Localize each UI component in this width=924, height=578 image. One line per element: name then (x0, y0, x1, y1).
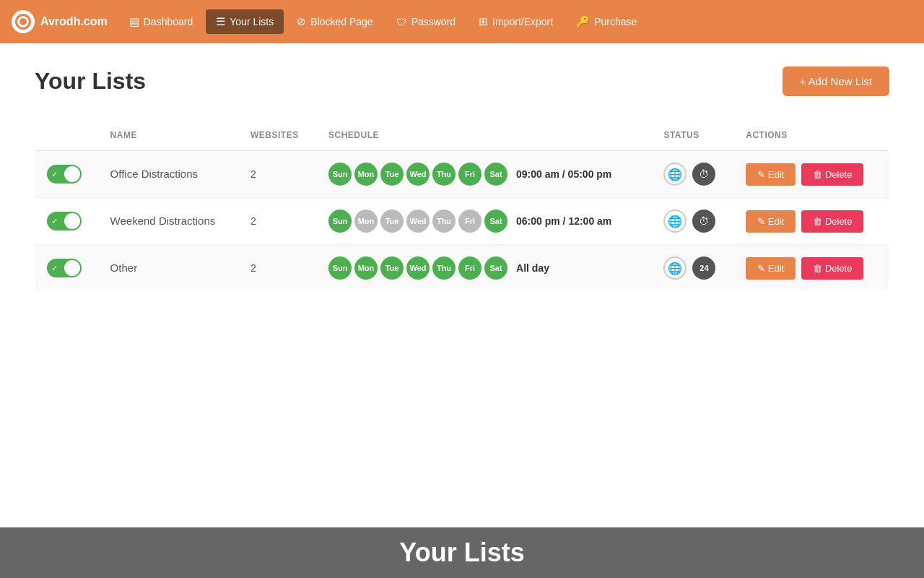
day-badge-thu: Thu (432, 163, 456, 186)
delete-button[interactable]: 🗑 Delete (801, 163, 863, 186)
page-title: Your Lists (35, 68, 146, 95)
day-badge-sun: Sun (328, 163, 352, 186)
import-export-icon: ⊞ (479, 15, 488, 28)
row-actions: ✎ Edit 🗑 Delete (746, 257, 877, 280)
delete-button[interactable]: 🗑 Delete (801, 257, 863, 280)
row-days: SunMonTueWedThuFriSatAll day (328, 256, 640, 280)
status-clock-icon: ⏱ (692, 163, 715, 186)
col-status: STATUS (652, 120, 734, 151)
day-badge-sat: Sat (484, 210, 507, 233)
row-toggle[interactable]: ✓ (47, 165, 82, 184)
key-icon: 🔑 (576, 15, 590, 28)
edit-button[interactable]: ✎ Edit (746, 257, 796, 280)
nav-blocked-page-label: Blocked Page (310, 16, 372, 27)
day-badge-sun: Sun (328, 256, 352, 280)
day-badge-mon: Mon (354, 256, 378, 280)
page-header: Your Lists + Add New List (35, 66, 889, 96)
row-websites: 2 (250, 215, 256, 227)
status-clock-icon: ⏱ (692, 210, 715, 233)
row-status: 🌐24 (663, 256, 723, 280)
table-row: ✓ Weekend Distractions2SunMonTueWedThuFr… (35, 198, 889, 245)
row-websites: 2 (250, 168, 256, 180)
nav-password[interactable]: 🛡 Password (386, 10, 466, 34)
dashboard-icon: ▤ (129, 15, 139, 28)
table-row: ✓ Office Distractions2SunMonTueWedThuFri… (35, 151, 889, 198)
row-name: Weekend Distractions (110, 215, 216, 227)
blocked-icon: ⊘ (297, 15, 306, 28)
list-icon: ☰ (216, 15, 225, 28)
nav-dashboard[interactable]: ▤ Dashboard (119, 9, 204, 34)
nav-import-export[interactable]: ⊞ Import/Export (468, 9, 563, 34)
status-globe-icon: 🌐 (663, 256, 687, 280)
toggle-check-icon: ✓ (51, 264, 58, 273)
row-time: 09:00 am / 05:00 pm (516, 168, 611, 180)
row-actions: ✎ Edit 🗑 Delete (746, 210, 877, 233)
row-status: 🌐⏱ (663, 163, 723, 186)
nav-your-lists[interactable]: ☰ Your Lists (206, 9, 284, 34)
row-toggle[interactable]: ✓ (47, 212, 82, 230)
footer-banner: Your Lists (0, 527, 924, 578)
day-badge-fri: Fri (458, 210, 481, 233)
day-badge-mon: Mon (354, 210, 378, 233)
day-badge-fri: Fri (458, 256, 481, 280)
row-name: Office Distractions (110, 168, 198, 180)
day-badge-tue: Tue (380, 256, 404, 280)
day-badge-wed: Wed (406, 256, 430, 280)
row-time: All day (516, 262, 549, 274)
day-badge-mon: Mon (354, 163, 378, 186)
col-toggle (35, 120, 99, 151)
lists-table: NAME WEBSITES SCHEDULE STATUS ACTIONS ✓ … (35, 119, 889, 292)
row-status: 🌐⏱ (663, 210, 723, 233)
navbar: Avrodh.com ▤ Dashboard ☰ Your Lists ⊘ Bl… (0, 0, 924, 43)
toggle-knob (64, 260, 80, 276)
nav-password-label: Password (411, 16, 456, 27)
day-badge-wed: Wed (406, 163, 430, 186)
day-badge-thu: Thu (432, 256, 456, 280)
nav-your-lists-label: Your Lists (230, 16, 274, 27)
day-badge-tue: Tue (380, 163, 404, 186)
delete-button[interactable]: 🗑 Delete (801, 210, 863, 233)
row-time: 06:00 pm / 12:00 am (516, 215, 611, 227)
edit-button[interactable]: ✎ Edit (746, 210, 796, 233)
add-new-list-button[interactable]: + Add New List (783, 66, 889, 96)
page-content: Your Lists + Add New List NAME WEBSITES … (0, 43, 924, 315)
nav-purchase[interactable]: 🔑 Purchase (566, 9, 647, 34)
row-days: SunMonTueWedThuFriSat06:00 pm / 12:00 am (328, 210, 640, 233)
toggle-check-icon: ✓ (51, 217, 58, 226)
app-logo[interactable]: Avrodh.com (12, 10, 108, 33)
row-actions: ✎ Edit 🗑 Delete (746, 163, 877, 186)
nav-import-export-label: Import/Export (492, 16, 553, 27)
edit-button[interactable]: ✎ Edit (746, 163, 796, 186)
nav-blocked-page[interactable]: ⊘ Blocked Page (287, 9, 383, 34)
toggle-check-icon: ✓ (51, 170, 58, 179)
status-globe-icon: 🌐 (663, 210, 687, 233)
row-toggle[interactable]: ✓ (47, 259, 82, 277)
row-name: Other (110, 262, 138, 274)
day-badge-thu: Thu (432, 210, 456, 233)
status-globe-icon: 🌐 (663, 163, 687, 186)
table-row: ✓ Other2SunMonTueWedThuFriSatAll day🌐24 … (35, 245, 889, 292)
row-websites: 2 (250, 262, 256, 274)
nav-dashboard-label: Dashboard (144, 16, 193, 27)
row-days: SunMonTueWedThuFriSat09:00 am / 05:00 pm (328, 163, 640, 186)
col-actions: ACTIONS (734, 120, 889, 151)
col-websites: WEBSITES (239, 120, 317, 151)
row-toggle-wrap: ✓ (47, 165, 87, 184)
day-badge-wed: Wed (406, 210, 430, 233)
day-badge-sat: Sat (484, 163, 507, 186)
status-24-icon: 24 (692, 256, 715, 280)
day-badge-sat: Sat (484, 256, 507, 280)
col-name: NAME (99, 120, 239, 151)
day-badge-sun: Sun (328, 210, 352, 233)
row-toggle-wrap: ✓ (47, 212, 87, 230)
toggle-knob (64, 166, 80, 182)
row-toggle-wrap: ✓ (47, 259, 87, 277)
col-schedule: SCHEDULE (317, 120, 652, 151)
shield-icon: 🛡 (396, 16, 407, 28)
app-name: Avrodh.com (40, 15, 108, 28)
footer-label: Your Lists (399, 538, 524, 568)
toggle-knob (64, 213, 80, 229)
day-badge-fri: Fri (458, 163, 481, 186)
nav-purchase-label: Purchase (594, 16, 637, 27)
day-badge-tue: Tue (380, 210, 404, 233)
